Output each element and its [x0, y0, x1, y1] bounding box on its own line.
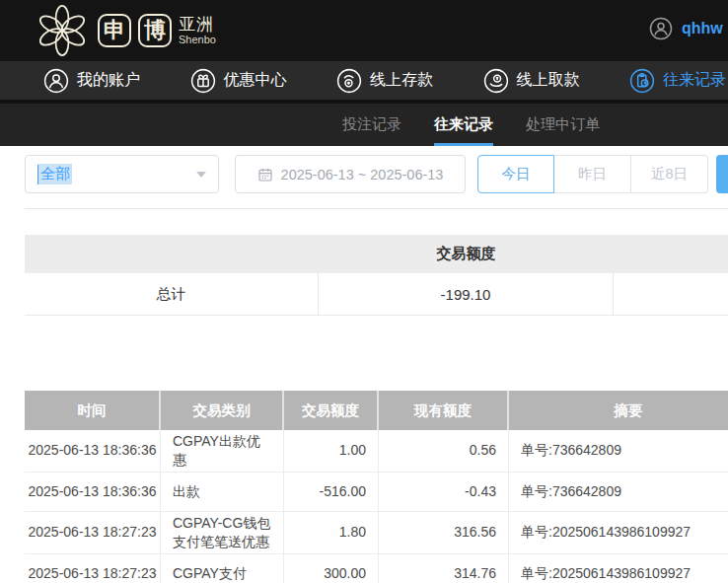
cell-memo: 单号:202506143986109927	[509, 554, 728, 583]
column-header-balance: 现有额度	[379, 391, 509, 430]
tab-label: 投注记录	[342, 115, 401, 134]
tab-label: 往来记录	[434, 115, 493, 134]
withdraw-icon	[483, 68, 509, 94]
summary-header-amount: 交易额度	[319, 245, 614, 263]
summary-total-row: 总计 -199.10	[25, 273, 728, 316]
nav-item-deposit[interactable]: 线上存款	[336, 68, 433, 94]
cell-time: 2025-06-13 18:27:23	[25, 512, 161, 553]
column-header-type: 交易类别	[161, 391, 284, 430]
user-account-area[interactable]: qhhw	[649, 17, 723, 40]
records-icon	[629, 68, 655, 94]
column-header-amount: 交易额度	[284, 391, 379, 430]
cell-memo: 单号:736642809	[509, 473, 728, 511]
cell-amount: 300.00	[284, 554, 379, 583]
cell-balance: -0.43	[379, 473, 509, 511]
lotus-flower-icon	[34, 3, 91, 58]
transaction-type-select[interactable]: 全部	[25, 155, 219, 193]
brand-logo[interactable]: 申 博 亚洲 Shenbo	[34, 3, 216, 58]
tab-transaction-records[interactable]: 往来记录	[434, 104, 493, 146]
nav-item-withdraw[interactable]: 线上取款	[483, 68, 580, 94]
summary-header-row: 交易额度	[25, 235, 728, 273]
cell-balance: 316.56	[379, 512, 509, 553]
table-row: 2025-06-13 18:27:23 CGPAY-CG钱包支付笔笔送优惠 1.…	[25, 512, 728, 554]
nav-label: 优惠中心	[224, 70, 287, 91]
cell-type: CGPAY支付	[161, 554, 284, 583]
deposit-icon	[336, 68, 362, 94]
logo-region-cn: 亚洲	[179, 16, 216, 35]
table-row: 2025-06-13 18:36:36 出款 -516.00 -0.43 单号:…	[25, 473, 728, 512]
gift-icon	[190, 68, 216, 94]
tab-betting-records[interactable]: 投注记录	[342, 104, 401, 146]
tab-pending-orders[interactable]: 处理中订单	[526, 104, 600, 146]
quick-date-buttons: 今日 昨日 近8日	[477, 155, 708, 193]
nav-label: 往来记录	[663, 70, 726, 91]
table-row: 2025-06-13 18:36:36 CGPAY出款优惠 1.00 0.56 …	[25, 430, 728, 473]
cell-amount: 1.00	[284, 430, 379, 472]
nav-item-promotions[interactable]: 优惠中心	[190, 68, 287, 94]
cell-balance: 0.56	[379, 430, 509, 472]
cell-balance: 314.76	[379, 554, 509, 583]
transaction-records-page: 申 博 亚洲 Shenbo qhhw	[0, 0, 728, 583]
logo-char-shen: 申	[98, 14, 131, 47]
nav-label: 线上取款	[517, 70, 580, 91]
last-8-days-button[interactable]: 近8日	[631, 155, 708, 193]
summary-empty-cell	[614, 273, 728, 315]
search-button[interactable]	[716, 155, 728, 193]
table-header-row: 时间 交易类别 交易额度 现有额度 摘要	[25, 391, 728, 430]
cell-time: 2025-06-13 18:36:36	[25, 473, 161, 511]
user-icon	[43, 68, 69, 94]
today-button[interactable]: 今日	[477, 155, 554, 193]
date-range-value: 2025-06-13 ~ 2025-06-13	[281, 167, 444, 182]
yesterday-button[interactable]: 昨日	[554, 155, 631, 193]
logo-char-bo: 博	[138, 14, 172, 47]
nav-item-my-account[interactable]: 我的账户	[43, 68, 140, 94]
button-label: 今日	[502, 165, 531, 183]
username: qhhw	[682, 20, 723, 37]
logo-subtitle: Shenbo	[179, 34, 216, 45]
top-header: 申 博 亚洲 Shenbo qhhw	[0, 0, 728, 61]
column-header-time: 时间	[25, 391, 161, 430]
select-value: 全部	[38, 164, 72, 184]
cell-time: 2025-06-13 18:27:23	[25, 554, 161, 583]
section-divider	[25, 208, 728, 209]
button-label: 近8日	[651, 165, 688, 183]
table-row: 2025-06-13 18:27:23 CGPAY支付 300.00 314.7…	[25, 554, 728, 583]
summary-total-amount: -199.10	[319, 273, 614, 315]
summary-table: 交易额度 总计 -199.10	[25, 235, 728, 316]
cell-type: 出款	[161, 473, 284, 511]
active-tab-underline	[434, 143, 493, 146]
transactions-table: 时间 交易类别 交易额度 现有额度 摘要 2025-06-13 18:36:36…	[25, 391, 728, 583]
calendar-icon	[257, 167, 273, 182]
nav-item-records[interactable]: 往来记录	[629, 68, 726, 94]
button-label: 昨日	[578, 165, 607, 183]
cell-amount: 1.80	[284, 512, 379, 553]
cell-memo: 单号:202506143986109927	[509, 512, 728, 553]
date-range-picker[interactable]: 2025-06-13 ~ 2025-06-13	[235, 155, 466, 193]
cell-memo: 单号:736642809	[509, 430, 728, 472]
cell-type: CGPAY出款优惠	[161, 430, 284, 472]
chevron-down-icon	[196, 172, 206, 178]
cell-type: CGPAY-CG钱包支付笔笔送优惠	[161, 512, 284, 553]
main-nav: 我的账户 优惠中心 线上存款	[0, 61, 728, 100]
sub-nav: 投注记录 往来记录 处理中订单	[0, 100, 728, 146]
cell-time: 2025-06-13 18:36:36	[25, 430, 161, 472]
nav-label: 线上存款	[370, 70, 433, 91]
user-avatar-icon	[649, 17, 673, 40]
summary-total-label: 总计	[25, 273, 319, 315]
nav-label: 我的账户	[77, 70, 140, 91]
tab-label: 处理中订单	[526, 115, 600, 134]
cell-amount: -516.00	[284, 473, 379, 511]
column-header-memo: 摘要	[509, 391, 728, 430]
logo-region: 亚洲 Shenbo	[179, 16, 216, 46]
